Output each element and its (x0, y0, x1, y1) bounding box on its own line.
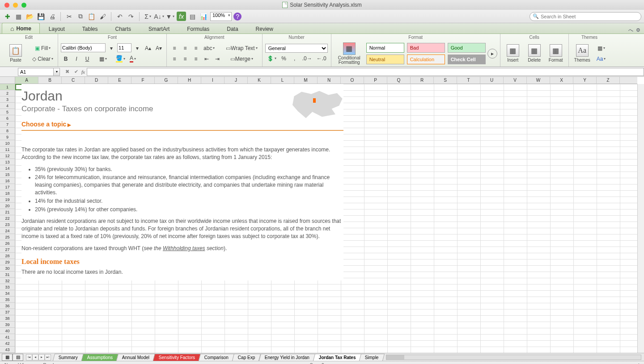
col-header[interactable]: Q (387, 77, 411, 84)
percent-icon[interactable]: % (279, 54, 289, 63)
row-header[interactable]: 9 (0, 134, 15, 140)
row-header[interactable]: 17 (0, 184, 15, 190)
choose-topic-link[interactable]: Choose a topic (21, 121, 343, 128)
save-icon[interactable]: 💾 (36, 12, 46, 21)
formula-input[interactable] (87, 68, 644, 76)
open-icon[interactable]: 📂 (25, 12, 34, 21)
sheet-tab[interactable]: Simple (359, 354, 385, 361)
format-painter-icon[interactable]: 🖌 (98, 12, 107, 21)
row-header[interactable]: 28 (0, 253, 15, 259)
col-header[interactable]: T (457, 77, 480, 84)
col-header[interactable]: L (271, 77, 294, 84)
collapse-ribbon-icon[interactable]: へ (628, 27, 633, 33)
italic-button[interactable]: I (72, 54, 81, 64)
row-headers[interactable]: 1234567891011121314151617181920212223242… (0, 84, 15, 353)
row-header[interactable]: 26 (0, 240, 15, 247)
name-box-dropdown-icon[interactable]: ▾ (54, 68, 60, 76)
print-icon[interactable]: 🖨 (47, 12, 57, 21)
spreadsheet-grid[interactable]: ABCDEFGHIJKLMNOPQRSTUVWXYZ 1234567891011… (0, 77, 644, 353)
row-header[interactable]: 27 (0, 247, 15, 253)
help-icon[interactable]: ? (233, 13, 242, 21)
col-header[interactable]: W (527, 77, 550, 84)
row-header[interactable]: 31 (0, 272, 15, 278)
row-header[interactable]: 32 (0, 278, 15, 284)
tab-charts[interactable]: Charts (107, 24, 140, 33)
decrease-decimal-icon[interactable]: ←.0 (315, 54, 328, 63)
paste-icon[interactable]: 📋 (87, 12, 96, 21)
col-header[interactable]: O (341, 77, 364, 84)
style-bad[interactable]: Bad (407, 43, 445, 53)
row-header[interactable]: 22 (0, 215, 15, 222)
align-center-icon[interactable]: ≡ (180, 54, 190, 64)
col-header[interactable]: Y (573, 77, 597, 84)
style-normal[interactable]: Normal (366, 43, 404, 53)
row-header[interactable]: 1 (0, 84, 15, 90)
increase-decimal-icon[interactable]: .0→ (301, 54, 314, 63)
col-header[interactable]: U (480, 77, 504, 84)
fill-button[interactable]: ▣ Fill (30, 43, 55, 53)
sheet-tab[interactable]: Energy Yield in Jordan (258, 354, 315, 361)
font-name-select[interactable] (61, 43, 106, 52)
increase-font-icon[interactable]: A▴ (143, 43, 153, 53)
col-header[interactable]: D (85, 77, 108, 84)
zoom-select[interactable]: 100% (210, 12, 232, 21)
col-header[interactable]: B (38, 77, 62, 84)
tab-layout[interactable]: Layout (40, 24, 73, 33)
sheet-tab[interactable]: Assumptions (81, 354, 119, 361)
font-color-button[interactable]: A (128, 54, 138, 64)
cut-icon[interactable]: ✂ (64, 12, 74, 21)
row-header[interactable]: 5 (0, 109, 15, 115)
align-right-icon[interactable]: ≡ (191, 54, 201, 64)
font-size-select[interactable] (117, 43, 131, 52)
border-button[interactable]: ▦ (97, 54, 109, 64)
row-header[interactable]: 13 (0, 159, 15, 165)
fx-icon[interactable]: fx (177, 12, 186, 21)
search-input[interactable] (541, 14, 638, 19)
sheet-tab[interactable]: Comparison (199, 354, 234, 361)
column-headers[interactable]: ABCDEFGHIJKLMNOPQRSTUVWXYZ (15, 77, 637, 84)
copy-icon[interactable]: ⧉ (76, 12, 85, 21)
withholding-taxes-link[interactable]: Withholding taxes (163, 245, 205, 251)
align-top-icon[interactable]: ≡ (169, 43, 179, 53)
col-header[interactable]: I (201, 77, 225, 84)
filter-icon[interactable]: ▼ (165, 12, 175, 21)
sheet-first-icon[interactable]: I◂ (26, 354, 32, 360)
chart-icon[interactable]: 📊 (199, 12, 208, 21)
col-header[interactable]: S (434, 77, 457, 84)
wrap-text-button[interactable]: ▭ Wrap Text (224, 43, 259, 53)
sheet-last-icon[interactable]: ▸I (45, 354, 51, 360)
normal-view-icon[interactable]: ▦ (2, 354, 13, 361)
row-header[interactable]: 24 (0, 228, 15, 234)
col-header[interactable]: H (178, 77, 201, 84)
orientation-icon[interactable]: abc (202, 43, 216, 53)
fx-label-icon[interactable]: fx (81, 69, 85, 75)
themes-button[interactable]: AaThemes (572, 41, 593, 67)
col-header[interactable]: G (155, 77, 178, 84)
theme-colors-icon[interactable]: ▦ (595, 43, 608, 53)
select-all-corner[interactable] (0, 77, 15, 84)
undo-icon[interactable]: ↶ (115, 12, 124, 21)
row-header[interactable]: 38 (0, 315, 15, 322)
vertical-scrollbar[interactable] (637, 84, 644, 353)
col-header[interactable]: R (411, 77, 434, 84)
sort-icon[interactable]: A↓ (154, 12, 164, 21)
col-header[interactable]: P (364, 77, 387, 84)
row-header[interactable]: 42 (0, 340, 15, 347)
style-good[interactable]: Good (448, 43, 486, 53)
style-check-cell[interactable]: Check Cell (448, 54, 486, 64)
paste-button[interactable]: 📋 Paste (3, 41, 29, 67)
col-header[interactable]: N (318, 77, 341, 84)
col-header[interactable]: A (15, 77, 38, 84)
tab-smartart[interactable]: SmartArt (140, 24, 178, 33)
sheet-prev-icon[interactable]: ◂ (32, 354, 38, 360)
show-formulas-icon[interactable]: ▤ (188, 12, 197, 21)
row-header[interactable]: 14 (0, 165, 15, 172)
tab-formulas[interactable]: Formulas (178, 24, 218, 33)
row-header[interactable]: 4 (0, 103, 15, 109)
style-calculation[interactable]: Calculation (407, 54, 445, 64)
row-header[interactable]: 16 (0, 178, 15, 184)
row-header[interactable]: 30 (0, 265, 15, 272)
row-header[interactable]: 23 (0, 222, 15, 228)
row-header[interactable]: 39 (0, 322, 15, 328)
row-header[interactable]: 21 (0, 209, 15, 215)
